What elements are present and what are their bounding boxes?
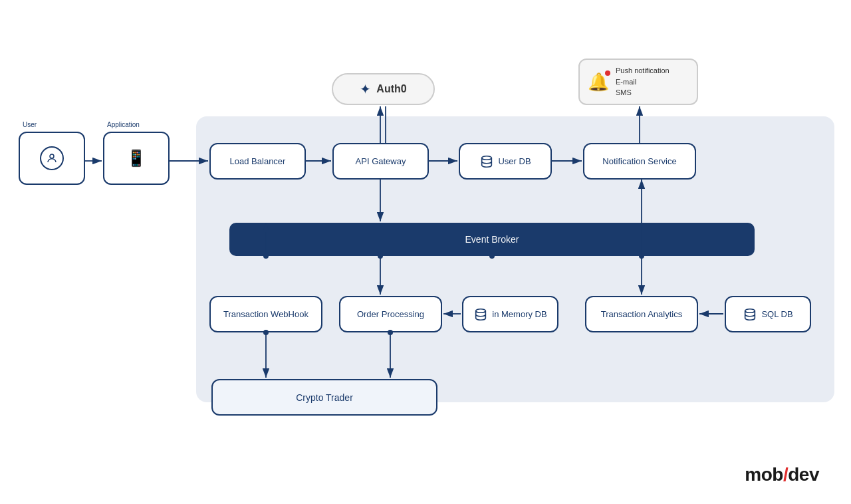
svg-point-2: [476, 309, 486, 313]
bell-icon-container: 🔔: [588, 72, 609, 92]
memory-db-icon: [473, 307, 488, 322]
application-box: Application 📱: [103, 132, 170, 185]
sql-db-label: SQL DB: [761, 309, 792, 319]
memory-db-box: in Memory DB: [462, 296, 558, 332]
notification-text: Push notification E-mail SMS: [616, 65, 669, 98]
memory-db-label: in Memory DB: [492, 309, 547, 319]
sql-db-icon: [743, 307, 757, 322]
load-balancer-box: Load Balancer: [209, 143, 306, 180]
application-label: Application: [107, 121, 140, 128]
notification-badge: [605, 70, 610, 76]
notification-service-box: Notification Service: [583, 143, 696, 180]
order-processing-box: Order Processing: [339, 296, 442, 332]
sql-db-box: SQL DB: [725, 296, 811, 332]
diagram-container: ✦ Auth0 🔔 Push notification E-mail SMS U…: [0, 0, 851, 504]
push-text: Push notification: [616, 65, 669, 76]
mobidev-logo: mob/dev: [745, 464, 819, 485]
api-gateway-box: API Gateway: [332, 143, 429, 180]
user-icon: [40, 146, 64, 170]
svg-point-1: [482, 156, 492, 160]
phone-icon: 📱: [126, 149, 146, 168]
event-broker-box: Event Broker: [229, 223, 755, 256]
load-balancer-label: Load Balancer: [230, 156, 286, 166]
api-gateway-label: API Gateway: [356, 156, 406, 166]
transaction-webhook-box: Transaction WebHook: [209, 296, 322, 332]
mobidev-slash: /: [783, 464, 788, 485]
svg-point-3: [745, 309, 755, 313]
notification-service-label: Notification Service: [602, 156, 676, 166]
sms-text: SMS: [616, 87, 669, 98]
event-broker-label: Event Broker: [465, 234, 519, 245]
svg-point-0: [50, 154, 54, 158]
transaction-analytics-label: Transaction Analytics: [601, 309, 682, 319]
transaction-webhook-label: Transaction WebHook: [223, 309, 308, 319]
auth0-star-icon: ✦: [360, 81, 371, 97]
user-db-label: User DB: [498, 156, 531, 166]
transaction-analytics-box: Transaction Analytics: [585, 296, 698, 332]
user-db-icon: [479, 154, 494, 169]
user-label: User: [23, 121, 37, 128]
user-db-box: User DB: [459, 143, 552, 180]
crypto-trader-label: Crypto Trader: [296, 392, 353, 403]
notification-info-box: 🔔 Push notification E-mail SMS: [578, 59, 698, 105]
email-text: E-mail: [616, 76, 669, 88]
user-box: User: [19, 132, 85, 185]
auth0-label: Auth0: [376, 83, 406, 95]
order-processing-label: Order Processing: [357, 309, 424, 319]
crypto-trader-box: Crypto Trader: [211, 379, 437, 416]
auth0-box: ✦ Auth0: [332, 73, 435, 105]
